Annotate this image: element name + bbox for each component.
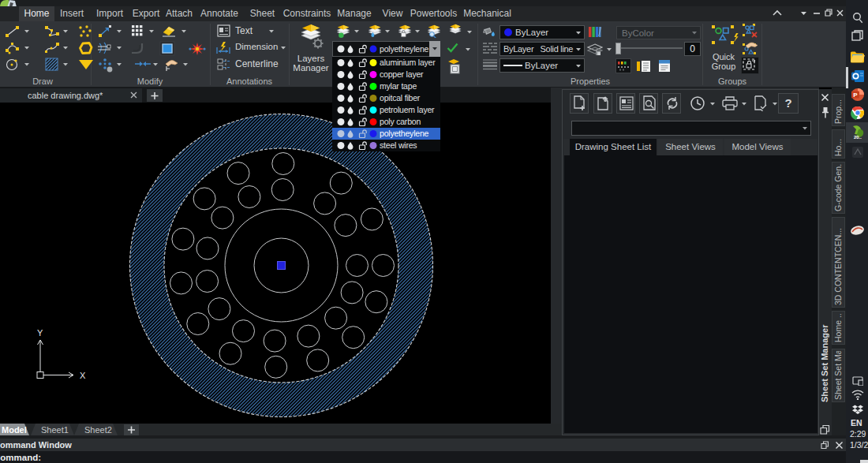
svg-text:X: X xyxy=(80,371,86,380)
svg-text:Sheet1: Sheet1 xyxy=(41,425,69,435)
svg-text:Sheet2: Sheet2 xyxy=(84,425,112,435)
svg-text:Model: Model xyxy=(2,425,27,435)
svg-text:20..: 20.. xyxy=(854,135,862,140)
svg-text:P: P xyxy=(853,91,858,99)
svg-text:Y: Y xyxy=(37,328,43,338)
